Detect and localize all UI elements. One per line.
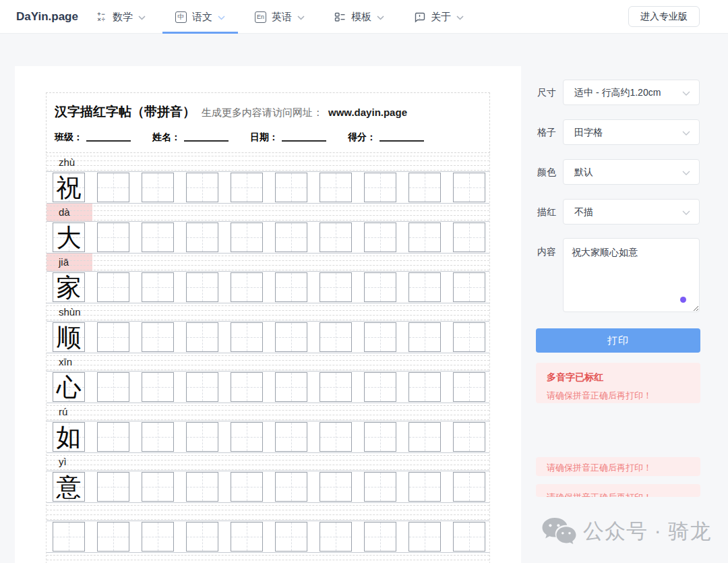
pinyin-row: dà [47, 204, 489, 221]
practice-character: 心 [53, 373, 84, 401]
grid-cell [453, 522, 485, 552]
pro-version-button[interactable]: 进入专业版 [628, 6, 700, 27]
pinyin-row [47, 503, 489, 521]
grid-cell [186, 322, 218, 352]
grid-cell [275, 472, 307, 502]
top-navbar: DaYin.page +−×÷ 数学 中 语文 En 英语 [0, 0, 728, 34]
pinyin-rule-line [47, 305, 489, 306]
chinese-subject-icon: 中 [175, 11, 187, 23]
grid-cell [320, 322, 352, 352]
grid-cell [453, 372, 485, 402]
app-root: DaYin.page +−×÷ 数学 中 语文 En 英语 [0, 0, 728, 563]
field-class: 班级： [55, 131, 131, 144]
grid-cell [142, 173, 174, 202]
grid-cell [142, 422, 174, 452]
pinyin-row: zhù [47, 154, 489, 171]
grid-type-select[interactable]: 田字格 [563, 119, 700, 145]
grid-cell [275, 372, 307, 402]
pinyin-text: dà [59, 205, 70, 220]
grid-cell [453, 272, 485, 302]
grid-cell [142, 472, 174, 502]
grid-cell [142, 372, 174, 402]
grid-cell [408, 272, 441, 302]
grid-cell [142, 223, 174, 252]
nav-item-template[interactable]: 模板 [334, 0, 384, 34]
grid-cell [364, 173, 396, 202]
pinyin-rule-line [47, 460, 489, 461]
chevron-down-icon [682, 171, 690, 175]
grid-cell [408, 472, 441, 502]
blank-line [380, 140, 424, 142]
grid-cell [453, 173, 485, 202]
pinyin-rule-line [47, 256, 489, 256]
grid-cell [453, 223, 485, 252]
pinyin-rule-line [47, 505, 489, 506]
content-area: 汉字描红字帖（带拼音） 生成更多内容请访问网址：www.dayin.page 班… [0, 34, 728, 563]
grid-cell [364, 422, 396, 452]
grid-cell [186, 173, 218, 202]
blank-line [184, 140, 229, 142]
pinyin-text: shùn [59, 305, 81, 320]
nav-item-chinese[interactable]: 中 语文 [175, 0, 225, 34]
size-value: 适中 - 行高约1.20cm [574, 87, 661, 98]
pinyin-rule-line [47, 355, 489, 356]
character-row: 家 [47, 271, 489, 303]
chevron-down-icon [456, 16, 464, 20]
grid-cell [231, 272, 263, 302]
grid-cell [97, 173, 129, 202]
print-button[interactable]: 打印 [536, 328, 700, 353]
grid-cell [275, 223, 307, 252]
grid-cell: 顺 [53, 322, 85, 352]
trace-select[interactable]: 不描 [563, 199, 700, 225]
grid-cell [97, 322, 129, 352]
grid-cell: 大 [53, 223, 85, 252]
pinyin-row [47, 553, 489, 563]
pinyin-text: zhù [59, 155, 75, 170]
character-row [47, 521, 489, 553]
color-select[interactable]: 默认 [563, 159, 700, 185]
pinyin-rule-line [47, 215, 489, 216]
grid-cell [142, 272, 174, 302]
nav-item-english[interactable]: En 英语 [255, 0, 305, 34]
grid-cell [275, 522, 307, 552]
pinyin-text: rú [59, 405, 67, 419]
confirm-warning: 请确保拼音正确后再打印！ [536, 457, 700, 476]
size-select[interactable]: 适中 - 行高约1.20cm [563, 80, 700, 105]
pinyin-rule-line [47, 560, 489, 560]
pinyin-rule-line [47, 555, 489, 556]
content-textarea-wrap: 祝大家顺心如意 [563, 238, 700, 312]
nav-item-about[interactable]: 关于 [414, 0, 464, 34]
confirm-warning-clipped: 请确保拼音正确后再打印！ [536, 484, 700, 497]
grid-cell [231, 522, 263, 552]
grid-cell: 家 [53, 272, 85, 302]
content-textarea[interactable]: 祝大家顺心如意 [563, 238, 700, 312]
pinyin-rule-line [47, 265, 489, 266]
warning-message: 请确保拼音正确后再打印！ [536, 484, 700, 497]
nav-item-math[interactable]: +−×÷ 数学 [96, 0, 146, 34]
grid-cell [97, 422, 129, 452]
grid-cell [142, 322, 174, 352]
warning-title: 多音字已标红 [547, 372, 690, 384]
grid-cell [453, 422, 485, 452]
site-logo[interactable]: DaYin.page [16, 0, 78, 34]
chevron-down-icon [682, 210, 690, 215]
practice-character: 意 [53, 473, 84, 501]
practice-character: 祝 [53, 173, 84, 202]
practice-character: 如 [53, 423, 84, 451]
grid-cell [364, 472, 396, 502]
pinyin-text: xīn [59, 355, 72, 369]
grid-cell [53, 522, 85, 552]
grid-cell: 祝 [53, 173, 85, 202]
practice-character: 顺 [53, 323, 84, 351]
worksheet-fields: 班级： 姓名： 日期： 得分： [55, 131, 446, 144]
pinyin-row: shùn [47, 303, 489, 321]
grid-cell [97, 223, 129, 252]
worksheet-preview: 汉字描红字帖（带拼音） 生成更多内容请访问网址：www.dayin.page 班… [15, 66, 521, 563]
math-operations-icon: +−×÷ [96, 11, 107, 23]
chevron-down-icon [297, 16, 305, 20]
grid-cell: 心 [53, 372, 85, 402]
pinyin-rule-line [47, 360, 489, 361]
grid-cell [275, 272, 307, 302]
grid-cell [364, 272, 396, 302]
pinyin-row: rú [47, 403, 489, 421]
